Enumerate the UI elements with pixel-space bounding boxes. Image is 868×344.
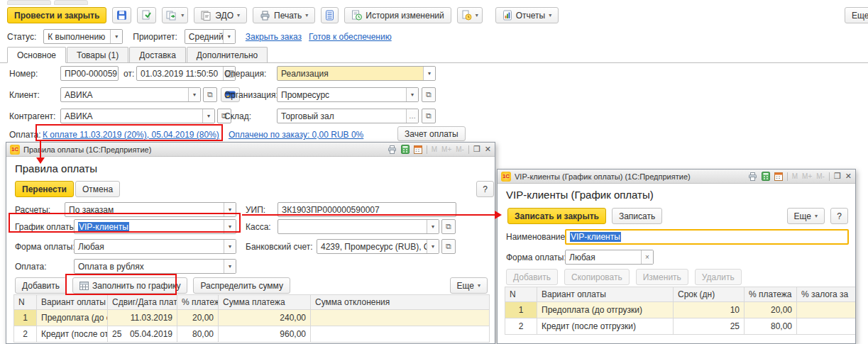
payment-rules-titlebar[interactable]: 1C Правила оплаты (1С:Предприятие) M M+ … xyxy=(6,143,495,157)
fill-by-schedule-button[interactable]: Заполнить по графику xyxy=(72,277,187,294)
close-icon[interactable]: ✕ xyxy=(845,172,852,181)
cancel-button[interactable]: Отмена xyxy=(75,181,120,197)
chevron-down-icon[interactable]: ▾ xyxy=(224,240,236,253)
post-and-close-button[interactable]: Провести и закрыть xyxy=(7,7,106,23)
column-header[interactable]: Сдвиг/Дата платежа xyxy=(108,295,177,310)
name-input[interactable]: VIP-клиенты xyxy=(565,229,849,245)
contractor-combo[interactable]: АВИКА ▾ xyxy=(60,109,215,123)
m-button[interactable]: M xyxy=(432,145,437,153)
bank-account-combo[interactable]: 4239, Промресурс (RUB), Собственный сч ▾ xyxy=(317,239,439,254)
cashbox-combo[interactable]: ▾ xyxy=(278,219,439,234)
m-button[interactable]: M xyxy=(792,172,798,180)
priority-select[interactable]: Средний ▾ xyxy=(185,29,236,44)
chevron-down-icon[interactable]: ▾ xyxy=(188,88,200,101)
payment-schedule-titlebar[interactable]: 1C VIP-клиенты (График оплаты) (1С:Предп… xyxy=(498,170,855,184)
reports-button[interactable]: Отчеты▾ xyxy=(495,7,559,23)
column-header[interactable]: N xyxy=(505,287,537,302)
change-history-button[interactable]: История изменений xyxy=(344,7,451,23)
table-more-button[interactable]: Еще▾ xyxy=(450,277,488,294)
tab-additional[interactable]: Дополнительно xyxy=(187,47,268,62)
maximize-icon[interactable]: ❒ xyxy=(473,145,480,154)
calendar-icon[interactable] xyxy=(774,172,783,181)
reminder-button[interactable]: ▾ xyxy=(457,7,483,23)
add-row-button[interactable]: Добавить xyxy=(15,277,67,294)
operation-select[interactable]: Реализация ▾ xyxy=(277,66,436,81)
transfer-button[interactable]: Перенести xyxy=(15,181,74,197)
print-button[interactable]: Печать▾ xyxy=(253,7,315,23)
client-open-icon[interactable]: ⧉ xyxy=(203,87,217,102)
ready-to-provide-link[interactable]: Готов к обеспечению xyxy=(309,32,392,42)
calculator-icon[interactable] xyxy=(401,145,410,154)
calculator-icon[interactable] xyxy=(762,172,770,181)
number-field[interactable]: ПР00-000059 xyxy=(60,66,119,81)
payment-stage-row[interactable]: 2 Кредит (после отгру... 2505.04.2019 80… xyxy=(14,326,490,343)
status-select[interactable]: К выполнению ▾ xyxy=(43,29,123,44)
chevron-down-icon[interactable]: ▾ xyxy=(224,203,236,216)
post-document-button[interactable] xyxy=(137,7,156,23)
paid-amount-link[interactable]: Оплачено по заказу: 0,00 RUB 0% xyxy=(229,130,363,140)
column-header[interactable]: % залога за xyxy=(797,287,856,302)
payment-schedule-combo[interactable]: VIP-клиенты ▾ xyxy=(74,219,236,234)
chevron-down-icon[interactable]: ▾ xyxy=(427,220,439,233)
help-button[interactable]: ? xyxy=(476,181,494,197)
warehouse-open-icon[interactable]: ⧉ xyxy=(422,109,436,123)
m-plus-button[interactable]: M+ xyxy=(802,172,812,180)
organization-combo[interactable]: Промресурс ▾ xyxy=(277,87,419,102)
client-combo[interactable]: АВИКА ▾ xyxy=(60,87,201,102)
bank-account-open-icon[interactable]: ⧉ xyxy=(441,239,456,254)
column-header[interactable]: Сумма платежа xyxy=(219,295,311,310)
chevron-down-icon[interactable]: ▾ xyxy=(224,260,236,273)
schedule-stage-row[interactable]: 1 Предоплата (до отгрузки) 10 20,00 xyxy=(505,302,856,318)
column-header[interactable]: Сумма отклонения xyxy=(311,295,490,310)
close-order-link[interactable]: Закрыть заказ xyxy=(246,32,302,42)
edo-button[interactable]: ЭДО▾ xyxy=(194,7,247,23)
save-record-button[interactable]: Записать xyxy=(612,208,662,224)
tab-main[interactable]: Основное xyxy=(7,47,66,63)
distribute-amount-button[interactable]: Распределить сумму xyxy=(193,277,290,294)
print-icon[interactable] xyxy=(388,145,397,154)
chevron-down-icon[interactable]: ▾ xyxy=(110,30,122,43)
document-list-button[interactable] xyxy=(321,7,339,23)
warehouse-combo[interactable]: Торговый зал … xyxy=(277,109,419,123)
settlements-select[interactable]: По заказам ▾ xyxy=(65,202,236,217)
chevron-down-icon[interactable]: ▾ xyxy=(202,109,214,123)
organization-open-icon[interactable]: ⧉ xyxy=(422,87,436,102)
date-field[interactable]: 01.03.2019 11:50:50 xyxy=(136,66,236,81)
edit-row-button[interactable]: Изменить xyxy=(636,269,688,285)
close-icon[interactable]: ✕ xyxy=(485,145,491,154)
payment-form-field[interactable]: Любая × xyxy=(565,250,654,265)
add-row-button[interactable]: Добавить xyxy=(506,269,558,285)
uip-input[interactable]: ЗК1903ПР000000590007 xyxy=(278,202,456,217)
save-button[interactable] xyxy=(112,7,131,23)
column-header[interactable]: Вариант оплаты xyxy=(537,287,674,302)
schedule-stage-row[interactable]: 2 Кредит (после отгрузки) 25 80,00 xyxy=(505,318,856,335)
print-icon[interactable] xyxy=(748,172,757,181)
cashbox-open-icon[interactable]: ⧉ xyxy=(441,219,456,234)
clear-icon[interactable]: × xyxy=(641,250,653,264)
chevron-down-icon[interactable]: ▾ xyxy=(224,220,236,233)
delete-row-button[interactable]: Удалить xyxy=(695,269,742,285)
tab-goods[interactable]: Товары (1) xyxy=(67,47,128,62)
column-header[interactable]: % платежа xyxy=(745,287,797,302)
save-and-close-button[interactable]: Записать и закрыть xyxy=(507,208,606,224)
maximize-icon[interactable]: ❒ xyxy=(834,172,841,181)
form-more-button[interactable]: Еще xyxy=(845,7,868,23)
payment-stage-row[interactable]: 1 Предоплата (до отг... 11.03.2019 20,00… xyxy=(14,310,490,326)
create-based-on-button[interactable]: ▾ xyxy=(162,7,188,23)
chevron-down-icon[interactable]: ▾ xyxy=(423,67,435,80)
help-button[interactable]: ? xyxy=(830,208,848,224)
payment-type-select[interactable]: Оплата в рублях ▾ xyxy=(74,259,236,274)
dialog-more-button[interactable]: Еще▾ xyxy=(787,208,825,224)
chevron-down-icon[interactable]: ▾ xyxy=(406,88,418,101)
m-minus-button[interactable]: M- xyxy=(456,145,464,153)
ellipsis-icon[interactable]: … xyxy=(406,109,418,123)
payment-offset-button[interactable]: Зачет оплаты xyxy=(397,126,466,141)
column-header[interactable]: Вариант оплаты xyxy=(37,295,108,310)
chevron-down-icon[interactable]: ▾ xyxy=(427,240,439,253)
column-header[interactable]: % платежа xyxy=(177,295,219,310)
m-minus-button[interactable]: M- xyxy=(816,172,825,180)
payment-schedule-link[interactable]: К оплате 11.03.2019 (20%), 05.04.2019 (8… xyxy=(43,130,219,140)
tab-delivery[interactable]: Доставка xyxy=(129,47,186,62)
payment-form-select[interactable]: Любая ▾ xyxy=(74,239,236,254)
copy-row-button[interactable]: Скопировать xyxy=(564,269,630,285)
